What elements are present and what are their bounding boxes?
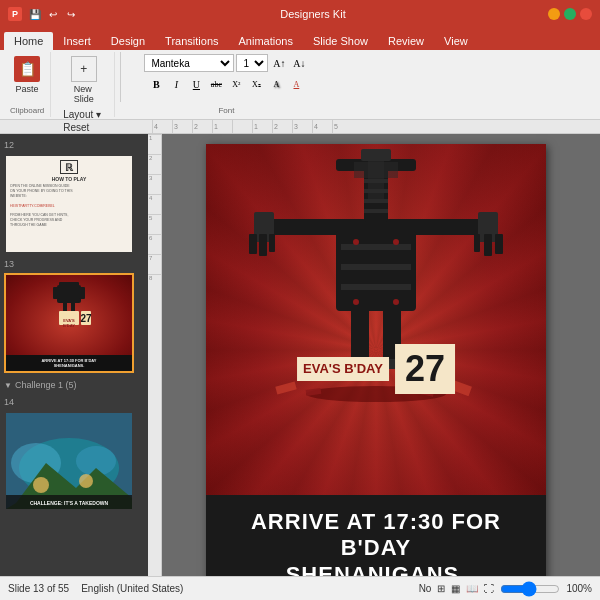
svg-rect-4 — [63, 303, 67, 311]
zoom-slider[interactable] — [500, 583, 560, 595]
view-slide-icon[interactable]: ▦ — [451, 583, 460, 594]
decrease-font-button[interactable]: A↓ — [290, 54, 308, 72]
tab-home[interactable]: Home — [4, 32, 53, 50]
slide-thumb-14-inner: CHALLENGE: IT'S A TAKEDOWN — [6, 413, 132, 509]
maximize-button[interactable] — [564, 8, 576, 20]
ruler-mark: 5 — [332, 120, 352, 134]
window-controls — [548, 8, 592, 20]
slide13-thumb-text: ARRIVE AT 17:30 FOR B'DAYSHENANIGANS. — [6, 355, 132, 371]
increase-font-button[interactable]: A↑ — [270, 54, 288, 72]
section-challenge1: ▼ Challenge 1 (5) — [4, 376, 144, 392]
font-row: Manteka 15 A↑ A↓ — [144, 54, 308, 72]
minimize-button[interactable] — [548, 8, 560, 20]
svg-rect-3 — [79, 287, 85, 299]
tab-slideshow[interactable]: Slide Show — [303, 32, 378, 50]
slide-panel[interactable]: 12 ℝ HOW TO PLAY OPEN THE ONLINE MISSION… — [0, 134, 148, 576]
font-group: Manteka 15 A↑ A↓ B I U abc X² X₂ A A Fon… — [126, 52, 326, 117]
section-arrow-icon: ▼ — [4, 381, 12, 390]
view-reading-icon[interactable]: 📖 — [466, 583, 478, 594]
shadow-button[interactable]: A — [267, 75, 285, 93]
tab-review[interactable]: Review — [378, 32, 434, 50]
svg-rect-2 — [53, 287, 59, 299]
canvas-wrapper: 1 2 3 4 5 6 7 8 — [148, 134, 600, 576]
title-bar-left: P 💾 ↩ ↪ — [8, 7, 78, 21]
format-row: B I U abc X² X₂ A A — [147, 75, 305, 93]
new-slide-button[interactable]: + NewSlide — [67, 54, 101, 106]
bold-button[interactable]: B — [147, 75, 165, 93]
italic-button[interactable]: I — [167, 75, 185, 93]
font-family-select[interactable]: Manteka — [144, 54, 234, 72]
color-button[interactable]: A — [287, 75, 305, 93]
ruler-mark — [232, 120, 252, 134]
svg-point-16 — [33, 477, 49, 493]
language-info: English (United States) — [81, 583, 183, 594]
main-robot-svg — [206, 144, 546, 454]
save-button[interactable]: 💾 — [28, 7, 42, 21]
vruler-3: 3 — [148, 174, 161, 194]
slide-thumb-12[interactable]: ℝ HOW TO PLAY OPEN THE ONLINE MISSION GU… — [4, 154, 134, 254]
svg-rect-30 — [249, 234, 257, 254]
slide-thumb-13[interactable]: EVA'S B'DAY 27 ARRIVE AT 17:30 FOR B'DAY… — [4, 273, 134, 373]
main-slide-canvas[interactable]: EVA'S B'DAY 27 ARRIVE AT 17:30 FOR B'DAY… — [206, 144, 546, 576]
reset-button[interactable]: Reset — [59, 121, 108, 134]
ruler-mark: 2 — [192, 120, 212, 134]
slide-bottom-line1: ARRIVE AT 17:30 FOR B'DAY — [216, 509, 536, 562]
redo-button[interactable]: ↪ — [64, 7, 78, 21]
svg-text:CHALLENGE: IT'S A TAKEDOWN: CHALLENGE: IT'S A TAKEDOWN — [30, 500, 109, 506]
font-label: Font — [218, 104, 234, 115]
tab-transitions[interactable]: Transitions — [155, 32, 228, 50]
status-bar: Slide 13 of 55 English (United States) N… — [0, 576, 600, 600]
svg-text:27: 27 — [80, 313, 92, 324]
slide12-text: OPEN THE ONLINE MISSION GUIDE ON YOUR PH… — [10, 184, 128, 228]
svg-point-47 — [353, 299, 359, 305]
svg-point-45 — [353, 239, 359, 245]
svg-rect-38 — [341, 244, 411, 250]
slide12-content: ℝ HOW TO PLAY OPEN THE ONLINE MISSION GU… — [6, 156, 132, 252]
slide-thumb-12-inner: ℝ HOW TO PLAY OPEN THE ONLINE MISSION GU… — [6, 156, 132, 252]
ruler-mark: 2 — [272, 120, 292, 134]
view-normal-icon[interactable]: ⊞ — [437, 583, 445, 594]
main-area: 12 ℝ HOW TO PLAY OPEN THE ONLINE MISSION… — [0, 134, 600, 576]
svg-rect-50 — [354, 162, 398, 178]
svg-rect-26 — [364, 209, 388, 213]
ruler-mark: 4 — [312, 120, 332, 134]
underline-button[interactable]: U — [187, 75, 205, 93]
thumb14-svg: CHALLENGE: IT'S A TAKEDOWN — [6, 413, 132, 509]
svg-rect-39 — [341, 264, 411, 270]
svg-rect-5 — [71, 303, 75, 311]
number-27: 27 — [395, 344, 455, 394]
close-button[interactable] — [580, 8, 592, 20]
svg-rect-34 — [474, 234, 480, 252]
vruler-4: 4 — [148, 194, 161, 214]
superscript-button[interactable]: X² — [227, 75, 245, 93]
layout-button[interactable]: Layout ▾ — [59, 108, 108, 121]
thumb13-robot-svg: EVA'S B'DAY 27 — [39, 277, 99, 347]
zoom-level: 100% — [566, 583, 592, 594]
undo-button[interactable]: ↩ — [46, 7, 60, 21]
tab-design[interactable]: Design — [101, 32, 155, 50]
quick-access-toolbar: 💾 ↩ ↪ — [28, 7, 78, 21]
slide-bottom-section: ARRIVE AT 17:30 FOR B'DAY SHENANIGANS. — [206, 495, 546, 576]
tab-animations[interactable]: Animations — [229, 32, 303, 50]
window-title: Designers Kit — [78, 8, 548, 20]
paste-button[interactable]: 📋 Paste — [10, 54, 44, 96]
clipboard-group: 📋 Paste Clipboard — [4, 52, 51, 117]
svg-rect-35 — [484, 234, 492, 256]
slide-number-14: 14 — [4, 395, 144, 408]
tab-view[interactable]: View — [434, 32, 478, 50]
font-size-select[interactable]: 15 — [236, 54, 268, 72]
ruler-mark: 1 — [252, 120, 272, 134]
paste-label: Paste — [16, 84, 39, 94]
slide-thumb-14[interactable]: CHALLENGE: IT'S A TAKEDOWN — [4, 411, 134, 511]
tab-insert[interactable]: Insert — [53, 32, 101, 50]
eva-badge: EVA'S B'DAY 27 — [297, 344, 455, 394]
view-fullscreen-icon[interactable]: ⛶ — [484, 583, 494, 594]
slide-number-12: 12 — [4, 138, 144, 151]
title-bar: P 💾 ↩ ↪ Designers Kit — [0, 0, 600, 28]
ribbon: 📋 Paste Clipboard + NewSlide Layout ▾ Re… — [0, 50, 600, 120]
subscript-button[interactable]: X₂ — [247, 75, 265, 93]
strikethrough-button[interactable]: abc — [207, 75, 225, 93]
clipboard-label: Clipboard — [10, 104, 44, 115]
notes-info: No — [419, 583, 432, 594]
ruler-mark: 3 — [172, 120, 192, 134]
